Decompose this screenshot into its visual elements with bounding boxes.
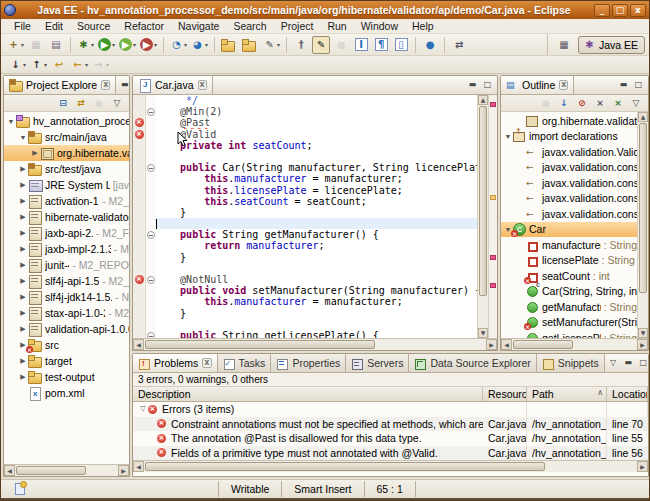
tree-item-junit-4-7-jar[interactable]: ▶junit-4.7.jar- M2_REPO (4, 257, 129, 273)
expander-icon[interactable]: ▽ (138, 405, 148, 413)
outline-tab[interactable]: ▤ Outline x (501, 76, 574, 94)
tree-item-jaxb-api-2-1-jar[interactable]: ▶jaxb-api-2.1.jar- M2_F (4, 225, 129, 241)
link-with-editor-button[interactable]: ⇄ (73, 96, 89, 111)
expander-icon[interactable]: ▶ (18, 229, 28, 237)
problem-row[interactable]: ×Constraint annotations must not be spec… (133, 417, 648, 432)
menu-window[interactable]: Window (354, 20, 405, 32)
scroll-up-icon[interactable]: ▲ (478, 95, 488, 105)
error-icon[interactable]: × (135, 118, 144, 127)
show-source-button[interactable]: I (352, 36, 370, 54)
dropdown-arrow-icon[interactable]: ▾ (85, 61, 88, 68)
outline-item-javax-validation-constr[interactable]: javax.validation.constr (501, 191, 637, 207)
outline-item-org-hibernate-validator-ap[interactable]: org.hibernate.validator.ap (501, 113, 637, 129)
next-annotation-button[interactable]: ↓▾ (8, 56, 27, 74)
previous-annotation-button[interactable]: ↑▾ (29, 56, 48, 74)
tree-item-org-hibernate-validator[interactable]: ▶org.hibernate.validator (4, 145, 129, 161)
tree-item-pom-xml[interactable]: pom.xml (4, 385, 129, 401)
expander-icon[interactable]: ▶ (18, 261, 28, 269)
overview-ruler[interactable] (488, 95, 497, 338)
code-line[interactable]: this.seatCount = seatCount; (133, 196, 477, 207)
menu-run[interactable]: Run (320, 20, 353, 32)
expander-icon[interactable]: ▼ (6, 118, 16, 125)
close-icon[interactable]: x (101, 80, 110, 90)
maximize-view-icon[interactable]: □ (481, 80, 494, 91)
menu-help[interactable]: Help (405, 20, 441, 32)
code-line[interactable]: × @NotNull (133, 274, 477, 285)
java-ee-perspective-button[interactable]: ✱ Java EE (578, 36, 645, 54)
tab-problems[interactable]: Problemsx (133, 354, 218, 372)
code-line[interactable]: return manufacturer; (133, 240, 477, 251)
collapse-all-button[interactable]: ⊟ (55, 96, 71, 111)
code-line[interactable] (133, 151, 477, 162)
outline-item-javax-validation-constr[interactable]: javax.validation.constr (501, 206, 637, 222)
code-line[interactable] (133, 319, 477, 330)
hide-fields-button[interactable]: ⊘ (574, 96, 590, 111)
scroll-down-icon[interactable]: ▼ (478, 328, 488, 338)
fold-marker[interactable] (146, 330, 156, 338)
menu-file[interactable]: File (7, 20, 38, 32)
scroll-up-icon[interactable]: ▲ (638, 112, 648, 122)
problem-row[interactable]: ×Fields of a primitive type must not ann… (133, 446, 648, 461)
scroll-right-icon[interactable]: ▶ (118, 465, 129, 476)
externalize-strings-button[interactable]: † (292, 36, 310, 54)
tab-properties[interactable]: Properties (271, 354, 346, 372)
tree-item-target[interactable]: ▶target (4, 353, 129, 369)
code-line[interactable]: } (133, 308, 477, 319)
run-as-button[interactable]: ▶▾ (118, 36, 137, 54)
collapse-icon[interactable] (147, 231, 155, 239)
outline-item-licenseplate[interactable]: licensePlate : String (501, 253, 637, 269)
tree-item-hibernate-validator-4-0[interactable]: ▶hibernate-validator-4.0 (4, 209, 129, 225)
menu-refactor[interactable]: Refactor (117, 20, 171, 32)
editor-vscrollbar[interactable]: ▲ ▼ (477, 95, 488, 338)
back-button[interactable]: ←▾ (70, 56, 89, 74)
expander-icon[interactable]: ▶ (18, 181, 28, 189)
error-icon[interactable]: × (135, 130, 144, 139)
dropdown-arrow-icon[interactable]: ▾ (91, 41, 94, 48)
error-icon[interactable]: × (135, 275, 144, 284)
expander-icon[interactable]: ▶ (18, 213, 28, 221)
scroll-down-icon[interactable]: ▼ (638, 328, 648, 338)
dropdown-arrow-icon[interactable]: ▾ (184, 41, 187, 48)
error-marker[interactable] (490, 102, 496, 107)
code-line[interactable]: @Min(2) (133, 106, 477, 117)
tree-item-jre-system-library[interactable]: ▶JRE System Library[jav (4, 177, 129, 193)
minimize-view-icon[interactable]: ▬ (622, 358, 635, 369)
dropdown-arrow-icon[interactable]: ▾ (133, 41, 136, 48)
menu-edit[interactable]: Edit (38, 20, 70, 32)
scroll-right-icon[interactable]: ▶ (637, 339, 648, 350)
dropdown-arrow-icon[interactable]: ▾ (23, 61, 26, 68)
scroll-left-icon[interactable]: ◀ (501, 339, 512, 350)
close-icon[interactable]: x (202, 358, 211, 368)
expander-icon[interactable]: ▶ (18, 293, 28, 301)
tab-tasks[interactable]: Tasks (218, 354, 272, 372)
column-header-path[interactable]: Path∧ (527, 387, 607, 401)
close-icon[interactable]: x (559, 80, 568, 90)
column-header-location[interactable]: Location (607, 387, 648, 401)
editor-hscrollbar[interactable]: ◀ ▶ (133, 338, 497, 350)
tree-item-activation-1-1-jar[interactable]: ▶activation-1.1.jar- M2_ (4, 193, 129, 209)
occurrence-marker[interactable] (490, 195, 496, 200)
problems-hscrollbar[interactable]: ◀ ▶ (133, 460, 648, 472)
error-marker[interactable] (490, 255, 496, 260)
scroll-left-icon[interactable]: ◀ (4, 465, 15, 476)
minimize-view-icon[interactable]: ▬ (617, 80, 630, 91)
code-line[interactable]: this.manufacturer = manufacturer; (133, 173, 477, 184)
tab-snippets[interactable]: Snippets (537, 354, 605, 372)
project-explorer-hscrollbar[interactable]: ◀ ▶ (4, 464, 129, 476)
link-with-editor-button[interactable]: ⇄ (450, 36, 468, 54)
dropdown-arrow-icon[interactable]: ▾ (112, 41, 115, 48)
project-explorer-tab[interactable]: Project Explore x (4, 76, 116, 94)
minimize-button[interactable]: _ (594, 4, 610, 17)
menu-source[interactable]: Source (70, 20, 117, 32)
outline-item-javax-validation-constr[interactable]: javax.validation.constr (501, 175, 637, 191)
menu-navigate[interactable]: Navigate (171, 20, 226, 32)
column-header-description[interactable]: Description (133, 387, 483, 401)
expander-icon[interactable]: ▶ (18, 165, 28, 173)
tab-servers[interactable]: Servers (346, 354, 409, 372)
code-line[interactable]: public String getManufacturer() { (133, 229, 477, 240)
web-service-explorer-button[interactable]: ◕▾ (190, 36, 209, 54)
show-whitespace-button[interactable]: ¶ (372, 36, 390, 54)
tree-item-hv-annotation-processor-demo[interactable]: ▼hv_annotation_processor_demo (4, 113, 129, 129)
dropdown-arrow-icon[interactable]: ▾ (205, 41, 208, 48)
expander-icon[interactable]: ▶ (18, 373, 28, 381)
